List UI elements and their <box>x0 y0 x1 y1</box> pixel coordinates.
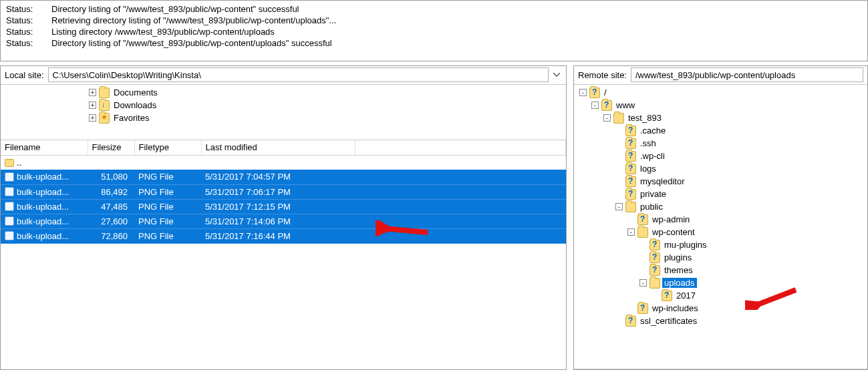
tree-item-label: private <box>638 189 668 199</box>
file-row[interactable]: bulk-upload...27,600PNG File5/31/2017 7:… <box>1 214 566 228</box>
folder-unknown-icon <box>625 189 636 200</box>
tree-item-label: .wp-cli <box>638 151 667 161</box>
tree-item[interactable]: .cache <box>578 124 867 137</box>
local-site-input[interactable] <box>48 67 549 82</box>
tree-item[interactable]: 2017 <box>578 289 867 302</box>
file-type: PNG File <box>134 170 201 184</box>
collapse-icon[interactable]: - <box>603 114 611 122</box>
tree-item[interactable]: -/ <box>578 86 867 99</box>
status-log[interactable]: Status:Directory listing of "/www/test_8… <box>0 0 868 61</box>
file-row[interactable]: bulk-upload...51,080PNG File5/31/2017 7:… <box>1 170 566 184</box>
local-site-dropdown-icon[interactable] <box>551 67 562 82</box>
folder-icon <box>5 159 14 167</box>
tree-item-label: Downloads <box>112 100 158 110</box>
status-label: Status: <box>6 26 51 37</box>
twisty-blank <box>652 292 659 299</box>
tree-item[interactable]: private <box>578 188 867 200</box>
file-type: PNG File <box>134 214 201 228</box>
local-directory-tree[interactable]: +Documents+Downloads+Favorites <box>1 85 566 140</box>
tree-item[interactable]: -test_893 <box>578 112 867 124</box>
file-row[interactable]: bulk-upload...72,860PNG File5/31/2017 7:… <box>1 228 566 243</box>
status-line: Status:Retrieving directory listing of "… <box>6 15 336 26</box>
column-header-modified[interactable]: Last modified <box>201 140 355 155</box>
file-row[interactable]: bulk-upload...47,485PNG File5/31/2017 7:… <box>1 199 566 214</box>
tree-item-label: wp-content <box>650 227 697 237</box>
tree-item-label: themes <box>662 265 695 275</box>
file-size: 51,080 <box>88 170 134 184</box>
tree-item[interactable]: plugins <box>578 251 867 264</box>
twisty-blank <box>615 178 623 185</box>
tree-item[interactable]: mu-plugins <box>578 238 867 251</box>
tree-item[interactable]: .wp-cli <box>578 150 867 162</box>
tree-item[interactable]: .ssh <box>578 137 867 150</box>
twisty-blank <box>615 165 623 172</box>
twisty-blank <box>639 254 647 261</box>
status-text: Listing directory /www/test_893/public/w… <box>51 26 336 37</box>
folder-unknown-icon <box>625 151 636 162</box>
status-text: Retrieving directory listing of "/www/te… <box>51 15 336 26</box>
tree-item-label: Documents <box>112 87 160 98</box>
tree-item-label: Favorites <box>112 113 151 123</box>
tree-item[interactable]: ssl_certificates <box>578 315 867 327</box>
remote-site-row: Remote site: <box>574 66 867 85</box>
tree-item[interactable]: themes <box>578 264 867 276</box>
tree-item-label: wp-admin <box>650 214 692 224</box>
parent-directory-row[interactable]: .. <box>1 155 566 170</box>
file-type: PNG File <box>134 199 201 214</box>
collapse-icon[interactable]: - <box>579 89 587 96</box>
tree-item-label: wp-includes <box>650 303 700 313</box>
status-line: Status:Directory listing of "/www/test_8… <box>6 37 336 49</box>
tree-item[interactable]: -wp-content <box>578 226 867 238</box>
collapse-icon[interactable]: - <box>591 102 599 109</box>
expand-icon[interactable]: + <box>89 89 96 96</box>
column-header-filetype[interactable]: Filetype <box>134 140 201 155</box>
remote-directory-tree[interactable]: -/-www-test_893.cache.ssh.wp-clilogsmysq… <box>574 85 867 369</box>
status-label: Status: <box>6 15 51 26</box>
column-header-filename[interactable]: Filename <box>1 140 88 155</box>
file-icon <box>5 231 14 240</box>
twisty-blank <box>615 140 623 147</box>
file-type: PNG File <box>134 228 201 243</box>
column-header-blank[interactable] <box>355 140 566 155</box>
expand-icon[interactable]: + <box>89 102 96 109</box>
file-row[interactable]: bulk-upload...86,492PNG File5/31/2017 7:… <box>1 184 566 199</box>
status-text: Directory listing of "/www/test_893/publ… <box>51 3 336 15</box>
collapse-icon[interactable]: - <box>627 228 635 236</box>
folder-unknown-icon <box>589 87 600 98</box>
tree-item[interactable]: wp-admin <box>578 213 867 226</box>
tree-item[interactable]: -public <box>578 200 867 213</box>
collapse-icon[interactable]: - <box>615 203 623 210</box>
folder-icon <box>613 113 624 124</box>
folder-unknown-icon <box>649 240 660 250</box>
folder-favorites-icon <box>99 113 110 124</box>
folder-unknown-icon <box>637 214 648 225</box>
tree-item[interactable]: logs <box>578 162 867 175</box>
parent-dir-label: .. <box>17 158 21 168</box>
folder-downloads-icon <box>99 100 110 111</box>
tree-item-label: ssl_certificates <box>638 316 699 326</box>
twisty-blank <box>627 216 635 223</box>
tree-item[interactable]: +Favorites <box>5 112 566 124</box>
twisty-blank <box>639 266 647 274</box>
twisty-blank <box>615 127 623 134</box>
remote-site-input[interactable] <box>631 67 863 82</box>
folder-unknown-icon <box>662 291 672 301</box>
twisty-blank <box>615 190 623 198</box>
collapse-icon[interactable]: - <box>639 279 647 287</box>
tree-item[interactable]: +Documents <box>5 86 566 99</box>
tree-item[interactable]: -www <box>578 99 867 112</box>
status-table: Status:Directory listing of "/www/test_8… <box>6 3 336 49</box>
column-header-filesize[interactable]: Filesize <box>88 140 134 155</box>
status-label: Status: <box>6 3 51 15</box>
folder-icon <box>649 278 660 289</box>
tree-item[interactable]: mysqleditor <box>578 175 867 188</box>
tree-item[interactable]: wp-includes <box>578 302 867 315</box>
tree-item[interactable]: -uploads <box>578 276 867 289</box>
expand-icon[interactable]: + <box>89 114 96 122</box>
tree-item[interactable]: +Downloads <box>5 99 566 112</box>
status-line: Status:Listing directory /www/test_893/p… <box>6 26 336 37</box>
file-name: bulk-upload... <box>17 231 69 241</box>
local-file-list[interactable]: Filename Filesize Filetype Last modified… <box>1 140 566 369</box>
twisty-blank <box>639 241 647 248</box>
folder-unknown-icon <box>637 303 648 314</box>
